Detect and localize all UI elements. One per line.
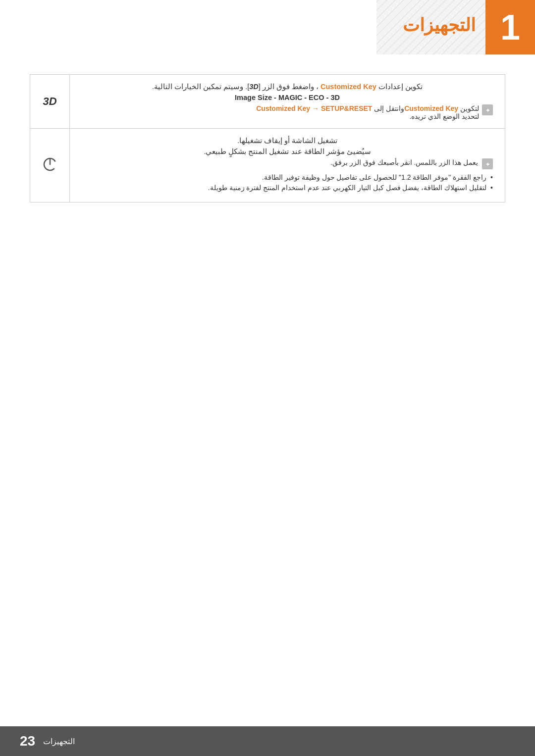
chapter-title: التجهيزات	[403, 15, 476, 36]
magic-line: Image Size - MAGIC - ECO - 3D	[82, 94, 493, 101]
customized-key-label2: Customized Key	[404, 104, 458, 112]
section2-note-icon: ✦	[482, 158, 493, 171]
section2-bullet2: • راجع الفقرة "موفر الطاقة 1.2" للحصول ع…	[82, 173, 493, 181]
footer-page-number: 23	[20, 733, 35, 749]
section2-bullet2-text: راجع الفقرة "موفر الطاقة 1.2" للحصول على…	[262, 173, 486, 181]
note-icon-1: ✦	[482, 104, 493, 115]
section1-top-line: تكوين إعدادات Customized Key ، واضغط فوق…	[82, 83, 493, 91]
footer: التجهيزات 23	[0, 726, 535, 756]
section2-bullet1-text: يعمل هذا الزر باللمس. انقر بأصبعك فوق ال…	[330, 158, 478, 166]
section2-icon-cell	[30, 129, 70, 202]
section2-row: تشغيل الشاشة أو إيقاف تشغيلها. سيُضيئ مؤ…	[30, 129, 505, 202]
section1-content: تكوين إعدادات Customized Key ، واضغط فوق…	[70, 75, 505, 129]
header: 1 التجهيزات	[0, 0, 535, 54]
setup-reset-label: Customized Key → SETUP&RESET	[256, 104, 374, 112]
svg-text:✦: ✦	[485, 107, 490, 113]
section2-bullet3: • لتقليل استهلاك الطاقة، يفضل فصل كبل ال…	[82, 184, 493, 192]
svg-text:✦: ✦	[485, 161, 490, 167]
main-content: تكوين إعدادات Customized Key ، واضغط فوق…	[30, 64, 505, 716]
power-icon	[41, 155, 59, 173]
customized-key-label1: Customized Key	[321, 83, 376, 91]
section1-top-text-block: تكوين إعدادات Customized Key ، واضغط فوق…	[82, 83, 493, 101]
section2-line1: تشغيل الشاشة أو إيقاف تشغيلها.	[82, 137, 493, 145]
section2-bullet3-text: لتقليل استهلاك الطاقة، يفضل فصل كبل التي…	[208, 184, 486, 192]
section1-bullet-icon: ✦	[482, 104, 493, 117]
note-icon-2: ✦	[482, 158, 493, 169]
section1-row: تكوين إعدادات Customized Key ، واضغط فوق…	[30, 75, 505, 129]
chapter-box: 1	[485, 0, 535, 54]
section1-bullet-row: ✦ لتكوين Customized Keyوانتقل إلى Custom…	[82, 104, 493, 120]
footer-text: التجهيزات	[43, 737, 75, 746]
section2-bullet3-dot: •	[490, 184, 493, 192]
section2-line2: سيُضيئ مؤشر الطاقة عند تشغيل المنتج بشكل…	[82, 148, 493, 155]
section1-bullet-text: لتكوين Customized Keyوانتقل إلى Customiz…	[256, 104, 479, 120]
3d-label: 3D	[43, 95, 56, 107]
section1-bullet-subtext: لتحديد الوضع الذي تريده.	[409, 112, 479, 120]
section1-table: تكوين إعدادات Customized Key ، واضغط فوق…	[30, 74, 505, 202]
section1-icon-cell: 3D	[30, 75, 70, 129]
section2-bullet2-dot: •	[490, 173, 493, 181]
section2-content: تشغيل الشاشة أو إيقاف تشغيلها. سيُضيئ مؤ…	[70, 129, 505, 202]
button-label-3d: 3D	[249, 83, 259, 91]
chapter-number: 1	[500, 9, 520, 45]
section2-bullet1: ✦ يعمل هذا الزر باللمس. انقر بأصبعك فوق …	[82, 158, 493, 171]
